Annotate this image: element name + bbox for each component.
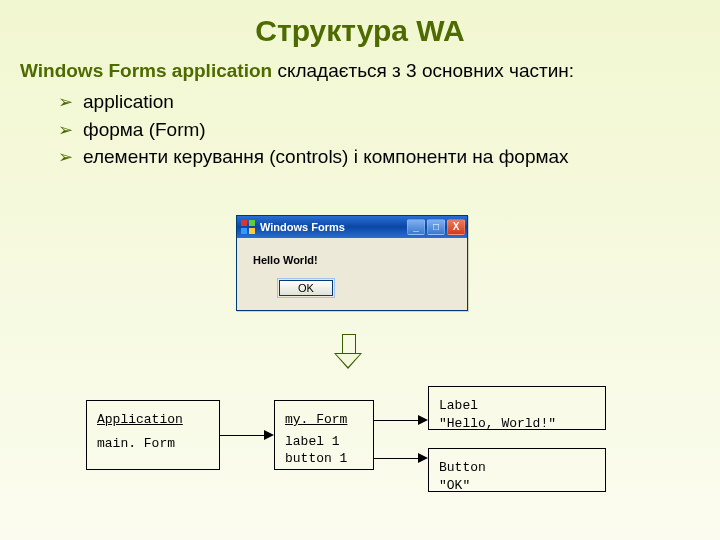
connector-arrow-icon (418, 453, 428, 463)
connector-arrow-icon (264, 430, 274, 440)
intro-bold: Windows Forms application (20, 60, 272, 81)
bullet-item: ➢ application (58, 88, 720, 116)
bullet-item: ➢ елементи керування (controls) і компон… (58, 143, 720, 171)
bullet-text: форма (Form) (83, 116, 206, 144)
window-titlebar: Windows Forms _ □ X (237, 216, 467, 238)
ok-button[interactable]: OK (279, 280, 333, 296)
box-button-value: "OK" (439, 477, 595, 495)
box-form-title: my. Form (285, 411, 363, 429)
down-arrow-icon (334, 334, 362, 368)
connector-line-icon (220, 435, 264, 436)
box-button: Button "OK" (428, 448, 606, 492)
box-label-title: Label (439, 397, 595, 415)
bullet-text: application (83, 88, 174, 116)
window-control-buttons: _ □ X (407, 219, 465, 235)
maximize-button[interactable]: □ (427, 219, 445, 235)
bullet-arrow-icon: ➢ (58, 144, 73, 170)
box-application: Application main. Form (86, 400, 220, 470)
connector-arrow-icon (418, 415, 428, 425)
minimize-button[interactable]: _ (407, 219, 425, 235)
hello-label: Hello World! (253, 254, 455, 266)
connector-line-icon (374, 458, 418, 459)
box-form-line3: button 1 (285, 450, 363, 468)
bullet-text: елементи керування (controls) і компонен… (83, 143, 569, 171)
slide: Структура WA Windows Forms application с… (0, 0, 720, 540)
window-body: Hello World! OK (237, 238, 467, 310)
box-form: my. Form label 1 button 1 (274, 400, 374, 470)
box-application-value: main. Form (97, 435, 209, 453)
box-application-title: Application (97, 411, 209, 429)
intro-line: Windows Forms application складається з … (20, 60, 720, 82)
sample-window: Windows Forms _ □ X Hello World! OK (236, 215, 468, 311)
bullet-item: ➢ форма (Form) (58, 116, 720, 144)
window-title: Windows Forms (260, 221, 407, 233)
box-label-value: "Hello, World!" (439, 415, 595, 433)
slide-title: Структура WA (0, 0, 720, 48)
app-icon (241, 220, 255, 234)
intro-rest: складається з 3 основних частин: (272, 60, 574, 81)
box-label: Label "Hello, World!" (428, 386, 606, 430)
box-form-line2: label 1 (285, 433, 363, 451)
bullet-list: ➢ application ➢ форма (Form) ➢ елементи … (58, 88, 720, 171)
connector-line-icon (374, 420, 418, 421)
box-button-title: Button (439, 459, 595, 477)
bullet-arrow-icon: ➢ (58, 89, 73, 115)
bullet-arrow-icon: ➢ (58, 117, 73, 143)
close-button[interactable]: X (447, 219, 465, 235)
